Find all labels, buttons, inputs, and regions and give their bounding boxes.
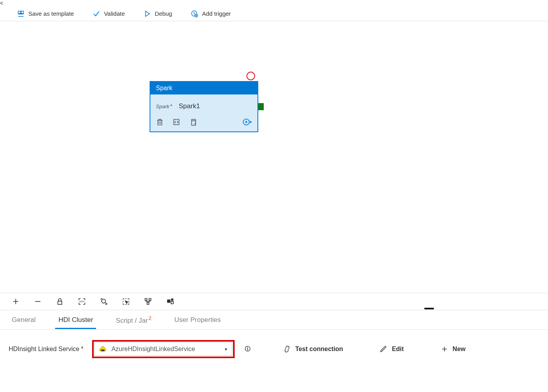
svg-rect-15	[171, 301, 174, 304]
pipeline-canvas[interactable]: Spark Spark✦ Spark1	[0, 21, 548, 293]
required-indicator: *	[81, 346, 83, 352]
activity-type-header: Spark	[150, 82, 257, 94]
svg-rect-13	[167, 300, 170, 303]
save-template-icon	[17, 10, 24, 17]
dropdown-caret-icon: ▼	[224, 347, 228, 351]
activity-output-handle[interactable]	[258, 103, 264, 110]
save-as-template-button[interactable]: Save as template	[17, 10, 74, 17]
plus-icon	[441, 346, 448, 353]
top-toolbar: Save as template Validate Debug Add trig…	[0, 6, 548, 21]
zoom-in-icon[interactable]	[12, 298, 20, 305]
linked-service-highlight: AzureHDInsightLinkedService ▼	[92, 340, 235, 358]
link-icon	[283, 346, 291, 353]
checkmark-icon	[93, 10, 100, 17]
add-next-activity-icon[interactable]	[243, 117, 252, 127]
add-trigger-button[interactable]: Add trigger	[191, 10, 231, 17]
activity-body: Spark✦ Spark1	[150, 94, 257, 115]
tab-hdi-cluster[interactable]: HDI Cluster	[58, 311, 93, 329]
new-label: New	[453, 346, 466, 353]
clock-plus-icon	[191, 10, 198, 17]
activity-actions	[150, 115, 257, 131]
svg-rect-1	[21, 11, 24, 13]
edit-label: Edit	[392, 346, 404, 353]
debug-label: Debug	[155, 10, 172, 17]
lock-icon[interactable]	[56, 298, 64, 305]
tab-script-jar-badge: 2	[149, 315, 152, 321]
svg-rect-14	[171, 299, 174, 301]
canvas-controls-toolbar: 100%	[0, 293, 548, 310]
linked-service-value: AzureHDInsightLinkedService	[111, 346, 195, 353]
tab-script-jar-label: Script / Jar	[116, 316, 148, 324]
test-connection-label: Test connection	[295, 346, 343, 353]
delete-icon[interactable]	[156, 118, 164, 126]
zoom-fit-icon[interactable]	[100, 298, 108, 305]
hdinsight-icon	[99, 345, 107, 353]
tab-general[interactable]: General	[12, 311, 35, 329]
save-as-template-label: Save as template	[28, 10, 74, 17]
info-icon[interactable]: ⓘ	[245, 346, 250, 353]
select-area-icon[interactable]	[122, 298, 130, 305]
svg-point-16	[101, 349, 105, 351]
svg-rect-11	[149, 299, 151, 301]
new-button[interactable]: New	[441, 346, 466, 353]
validate-label: Validate	[104, 10, 125, 17]
svg-rect-5	[192, 121, 196, 126]
hdi-cluster-panel: HDInsight Linked Service* AzureHDInsight…	[0, 330, 548, 368]
linked-service-dropdown[interactable]: AzureHDInsightLinkedService ▼	[94, 342, 232, 356]
pencil-icon	[380, 346, 387, 353]
add-trigger-label: Add trigger	[202, 10, 231, 17]
activity-name: Spark1	[179, 102, 200, 110]
spark-activity-node[interactable]: Spark Spark✦ Spark1	[150, 81, 258, 132]
svg-rect-10	[145, 299, 147, 301]
test-connection-button[interactable]: Test connection	[283, 346, 343, 353]
zoom-out-icon[interactable]	[34, 298, 42, 305]
spark-logo-icon: Spark✦	[156, 104, 172, 109]
auto-align-icon[interactable]	[144, 298, 152, 305]
svg-rect-0	[18, 11, 20, 13]
tab-script-jar[interactable]: Script / Jar2	[116, 311, 151, 329]
copy-icon[interactable]	[189, 118, 197, 126]
edit-button[interactable]: Edit	[380, 346, 404, 353]
svg-rect-12	[147, 303, 149, 305]
annotation-circle	[246, 72, 255, 80]
svg-rect-7	[58, 301, 62, 304]
mini-map-icon[interactable]	[166, 298, 174, 305]
debug-button[interactable]: Debug	[144, 10, 172, 17]
code-icon[interactable]	[172, 118, 180, 126]
play-icon	[144, 10, 151, 17]
tab-user-properties[interactable]: User Properties	[174, 311, 221, 329]
linked-service-label: HDInsight Linked Service*	[9, 346, 83, 353]
zoom-100-icon[interactable]: 100%	[78, 298, 86, 305]
panel-drag-handle[interactable]	[424, 308, 434, 309]
svg-text:100%: 100%	[80, 300, 85, 303]
properties-tabs: General HDI Cluster Script / Jar2 User P…	[0, 310, 548, 330]
validate-button[interactable]: Validate	[93, 10, 125, 17]
